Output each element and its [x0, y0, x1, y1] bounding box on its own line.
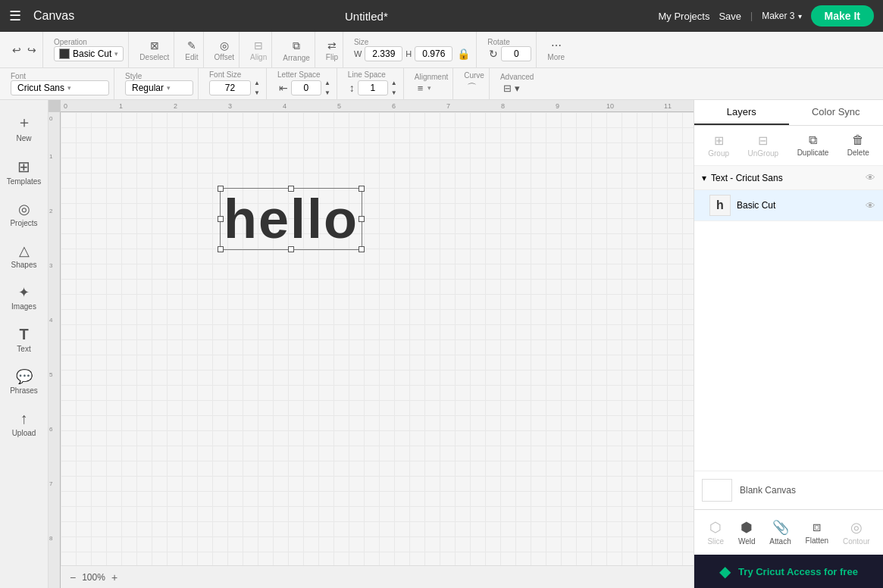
tab-color-sync[interactable]: Color Sync: [789, 100, 884, 125]
operation-select[interactable]: Basic Cut ▾: [54, 46, 124, 61]
offset-button[interactable]: ◎: [218, 38, 230, 53]
layer-item-visibility-icon[interactable]: 👁: [866, 200, 875, 211]
cricut-access-link[interactable]: Try Cricut Access for free: [738, 566, 858, 577]
font-size-down-icon[interactable]: ▼: [252, 89, 261, 98]
save-button[interactable]: Save: [719, 11, 741, 22]
zoom-in-icon[interactable]: +: [111, 571, 117, 583]
sidebar-item-shapes[interactable]: △ Shapes: [3, 236, 45, 275]
font-size-input[interactable]: [209, 80, 251, 95]
letter-space-icon[interactable]: ⇤: [277, 80, 290, 95]
ungroup-button[interactable]: ⊟ UnGroup: [744, 130, 784, 161]
v-ruler-mark-2: 2: [49, 208, 52, 214]
line-space-input[interactable]: [358, 80, 388, 95]
ruler-horizontal: 0 1 2 3 4 5 6 7 8 9 10 11: [61, 100, 694, 112]
v-ruler-mark-6: 6: [49, 426, 52, 433]
ruler-mark-7: 7: [446, 102, 450, 110]
line-space-up-icon[interactable]: ▲: [390, 79, 399, 88]
sidebar-item-phrases[interactable]: 💬 Phrases: [3, 362, 45, 401]
letter-space-down-icon[interactable]: ▼: [323, 89, 332, 98]
canvas-container[interactable]: 0 1 2 3 4 5 6 7 8 9 10 11 0 1 2 3 4: [49, 100, 694, 588]
slice-label: Slice: [707, 537, 724, 546]
font-size-up-icon[interactable]: ▲: [252, 79, 261, 88]
templates-icon: ⊞: [17, 158, 30, 176]
rotate-input[interactable]: 0: [501, 46, 531, 61]
zoom-out-icon[interactable]: −: [70, 571, 76, 583]
ruler-mark-5: 5: [337, 102, 341, 110]
flip-label: Flip: [326, 53, 338, 61]
tab-layers[interactable]: Layers: [694, 100, 789, 125]
ruler-mark-3: 3: [228, 102, 232, 110]
letter-space-up-icon[interactable]: ▲: [323, 79, 332, 88]
handle-ml[interactable]: [218, 216, 224, 222]
ruler-mark-11: 11: [664, 102, 672, 110]
group-label: Group: [708, 149, 729, 158]
delete-icon: 🗑: [852, 133, 864, 147]
sidebar-projects-label: Projects: [10, 219, 37, 227]
v-ruler-mark-0: 0: [49, 115, 52, 122]
style-select[interactable]: Regular ▾: [125, 80, 193, 95]
letter-space-label: Letter Space: [277, 70, 332, 79]
handle-tr[interactable]: [359, 186, 365, 192]
weld-button[interactable]: ⬢ Weld: [734, 516, 760, 549]
ruler-mark-10: 10: [606, 102, 614, 110]
handle-mr[interactable]: [359, 216, 365, 222]
handle-tl[interactable]: [218, 186, 224, 192]
handle-bm[interactable]: [288, 246, 294, 252]
sidebar-item-images[interactable]: ✦ Images: [3, 278, 45, 317]
alignment-group: Alignment ≡ ▾: [410, 68, 453, 99]
align-group: ⊟ Align: [246, 32, 272, 67]
contour-button[interactable]: ◎ Contour: [838, 516, 875, 549]
contour-label: Contour: [843, 537, 870, 546]
rotate-icon[interactable]: ↻: [487, 46, 499, 61]
sidebar-item-upload[interactable]: ↑ Upload: [3, 404, 45, 443]
advanced-button[interactable]: ⊟ ▾: [500, 81, 523, 95]
flatten-button[interactable]: ⧈ Flatten: [801, 516, 834, 549]
font-value: Cricut Sans: [17, 83, 64, 93]
arrange-button[interactable]: ⧉: [291, 38, 302, 54]
align-button[interactable]: ⊟: [252, 38, 265, 53]
line-space-down-icon[interactable]: ▼: [390, 89, 399, 98]
make-it-button[interactable]: Make It: [811, 5, 874, 27]
zoom-bar: − 100% +: [61, 565, 694, 588]
ruler-mark-8: 8: [501, 102, 505, 110]
flip-button[interactable]: ⇄: [326, 38, 338, 53]
sidebar-item-projects[interactable]: ◎ Projects: [3, 195, 45, 233]
duplicate-button[interactable]: ⧉ Duplicate: [793, 130, 834, 161]
sidebar-item-templates[interactable]: ⊞ Templates: [3, 152, 45, 192]
attach-button[interactable]: 📎 Attach: [765, 516, 795, 549]
line-space-group: Line Space ↕ ▲ ▼: [343, 68, 404, 99]
my-projects-button[interactable]: My Projects: [659, 11, 710, 22]
edit-button[interactable]: ✎: [186, 38, 198, 53]
edit-label: Edit: [185, 53, 198, 61]
undo-button[interactable]: ↩: [11, 42, 23, 58]
canvas-text-object[interactable]: hello: [220, 188, 362, 250]
redo-button[interactable]: ↪: [26, 42, 38, 58]
sidebar-item-text[interactable]: T Text: [3, 320, 45, 359]
layer-group-visibility-icon[interactable]: 👁: [866, 172, 875, 183]
ruler-vertical: 0 1 2 3 4 5 6 7 8: [49, 112, 61, 588]
handle-bl[interactable]: [218, 246, 224, 252]
font-select[interactable]: Cricut Sans ▾: [11, 80, 109, 95]
slice-button[interactable]: ⬡ Slice: [703, 516, 728, 549]
canvas-work-area[interactable]: hello: [61, 112, 694, 565]
delete-button[interactable]: 🗑 Delete: [843, 130, 874, 161]
width-input[interactable]: 2.339: [365, 46, 402, 61]
blank-canvas-thumbnail: [702, 479, 732, 502]
layer-group-header[interactable]: ▾ Text - Cricut Sans 👁: [694, 166, 883, 190]
curve-button[interactable]: ⌒: [464, 80, 480, 96]
operation-group: Operation Basic Cut ▾: [49, 32, 129, 67]
more-button[interactable]: ⋯: [550, 38, 563, 53]
handle-br[interactable]: [359, 246, 365, 252]
maker-selector[interactable]: Maker 3 ▾: [762, 11, 801, 21]
height-input[interactable]: 0.976: [415, 46, 452, 61]
group-button[interactable]: ⊞ Group: [703, 130, 734, 161]
layer-item[interactable]: h Basic Cut 👁: [694, 190, 883, 221]
deselect-button[interactable]: ⊠: [149, 38, 161, 53]
letter-space-input[interactable]: [291, 80, 321, 95]
lock-aspect-icon[interactable]: 🔒: [456, 46, 471, 61]
align-left-icon[interactable]: ≡: [415, 81, 427, 95]
line-space-icon[interactable]: ↕: [348, 80, 356, 95]
menu-icon[interactable]: ☰: [9, 8, 21, 24]
sidebar-item-new[interactable]: ＋ New: [3, 106, 45, 149]
handle-tm[interactable]: [288, 186, 294, 192]
